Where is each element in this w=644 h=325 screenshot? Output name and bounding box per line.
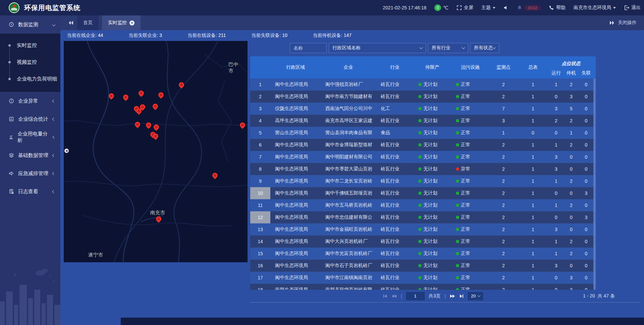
table-row[interactable]: 9 阆中生态环境局 阆中市二龙长宝页岩砖 砖瓦行业 无计划 正常 2 1 1 <box>250 175 596 187</box>
sidebar-item-video-monitor[interactable]: 视频监控 <box>0 54 60 70</box>
table-row[interactable]: 18 南部生态环境局 南部县瑞华页岩砖有限 砖瓦行业 无计划 正常 2 1 0 <box>250 284 596 290</box>
sidebar-item-company-statistics[interactable]: 企业综合统计 <box>0 110 60 128</box>
tab-home[interactable]: 首页 <box>77 15 99 30</box>
page-number-input[interactable] <box>406 292 425 300</box>
col-index <box>250 56 270 78</box>
status-dot <box>418 95 422 98</box>
table-row[interactable]: 10 阆中生态环境局 阆中千佛镇五郎垭页岩 砖瓦行业 无计划 正常 2 1 0 <box>250 187 596 199</box>
user-menu[interactable]: 南充市生态环境局 <box>574 5 616 11</box>
tab-close-icon[interactable]: × <box>129 20 135 25</box>
status-dot <box>456 83 459 86</box>
user-name: 南充市生态环境局 <box>574 5 611 11</box>
row-industry-cell: 砖瓦行业 <box>376 187 414 199</box>
row-facility-status-cell: 正常 <box>451 115 489 127</box>
mute-button[interactable] <box>503 5 509 10</box>
table-row[interactable]: 7 阆中生态环境局 阆中明阳建材有限公司 砖瓦行业 无计划 正常 2 1 3 <box>250 151 596 163</box>
close-operations-button[interactable]: 关闭操作 <box>618 20 637 26</box>
previous-page-button[interactable] <box>391 294 397 298</box>
sidebar-collapse-handle[interactable]: ◀ <box>64 146 69 156</box>
row-company-cell: 阆中市金福旺页岩机砖 <box>321 223 376 235</box>
col-group-point-status: 点位状态 <box>548 56 594 67</box>
table-row[interactable]: 11 阆中生态环境局 阆中市五马桥页岩机砖 砖瓦行业 无计划 正常 2 1 1 <box>250 199 596 211</box>
region-filter-select[interactable]: 行政区域名称 <box>329 43 426 53</box>
table-row[interactable]: 3 仪陇生态环境局 西南油气田分公司川中 化工 无计划 正常 7 1 3 5 <box>250 103 596 115</box>
row-company-cell: 西南油气田分公司川中 <box>321 103 376 115</box>
last-page-button[interactable] <box>459 294 464 298</box>
row-halt-cell: 2 <box>564 78 579 91</box>
row-run-cell: 1 <box>548 248 564 260</box>
row-region-cell: 阆中生态环境局 <box>270 211 321 223</box>
table-row[interactable]: 14 阆中生态环境局 阆中大兴页岩机砖厂 砖瓦行业 无计划 正常 2 1 1 <box>250 235 596 248</box>
page-size-select[interactable]: 20 <box>468 292 483 300</box>
table-scrollbar[interactable] <box>593 78 596 290</box>
tabs-scroll-right-icon[interactable] <box>609 20 614 25</box>
name-filter-input[interactable] <box>293 45 323 51</box>
table-row[interactable]: 12 阆中生态环境局 阆中市忠信建材有限公 砖瓦行业 无计划 正常 2 1 0 <box>250 211 596 223</box>
alert-circle-icon <box>9 98 14 104</box>
notifications[interactable]: 2632 <box>517 5 541 11</box>
status-dot <box>456 119 459 122</box>
table-row[interactable]: 4 高坪生态环境局 南充市高坪区王家店建 砖瓦行业 无计划 正常 3 1 2 <box>250 115 596 127</box>
table-row[interactable]: 17 阆中生态环境局 阆中市江南镇阆南页岩 砖瓦行业 无计划 正常 2 1 0 <box>250 272 596 284</box>
next-page-button[interactable] <box>450 294 455 298</box>
sidebar-item-emergency-reduction[interactable]: 应急减排管理 <box>0 164 60 182</box>
sidebar-item-power-analysis[interactable]: 企业用电量分析 <box>0 128 60 146</box>
name-filter-field[interactable] <box>290 43 327 53</box>
chevron-down-icon <box>462 46 465 49</box>
next-page-icon <box>450 294 455 298</box>
sidebar-item-data-monitor[interactable]: 数据监测 <box>0 15 60 34</box>
fullscreen-button[interactable]: 全屏 <box>457 5 473 11</box>
help-button[interactable]: 帮助 <box>549 5 566 11</box>
status-filter-select[interactable]: 所有状态 <box>470 43 499 53</box>
stat-stopped-devices: 当前停机设备:147 <box>313 33 352 39</box>
temperature: 0 ℃ <box>434 4 448 11</box>
first-page-button[interactable] <box>383 294 387 298</box>
sidebar-item-realtime-monitor[interactable]: 实时监控 <box>0 37 60 54</box>
table-row[interactable]: 2 阆中生态环境局 阆中市南方节能建材有 砖瓦行业 无计划 正常 2 1 0 <box>250 91 596 103</box>
row-meters-cell: 1 <box>518 139 548 151</box>
sidebar-item-base-data[interactable]: 基础数据管理 <box>0 146 60 164</box>
industry-filter-select[interactable]: 所有行业 <box>428 43 468 53</box>
theme-menu[interactable]: 主题 <box>481 5 495 11</box>
table-row[interactable]: 16 阆中生态环境局 阆中市石子页岩机砖厂 砖瓦行业 无计划 正常 2 1 3 <box>250 260 596 272</box>
table-row[interactable]: 6 阆中生态环境局 阆中市金博瑞新型墙材 砖瓦行业 无计划 正常 2 1 1 <box>250 139 596 151</box>
map-panel[interactable]: 巴中市 南充市 遂宁市 <box>64 41 248 262</box>
table-row[interactable]: 1 阆中生态环境局 阆中强锐页岩砖厂 砖瓦行业 无计划 正常 2 1 1 2 <box>250 78 596 91</box>
chevron-left-icon <box>52 172 56 175</box>
row-meters-cell: 1 <box>518 248 548 260</box>
row-halt-cell: 3 <box>564 91 579 103</box>
tabs-scroll-left-icon[interactable] <box>68 20 74 25</box>
layers-icon <box>9 153 14 158</box>
row-index-cell: 3 <box>250 103 270 115</box>
sidebar-item-power-load-detail[interactable]: 企业电力负荷明细 <box>0 70 60 87</box>
row-industry-cell: 砖瓦行业 <box>376 139 414 151</box>
row-meters-cell: 1 <box>518 284 548 290</box>
sidebar: 数据监测 实时监控 视频监控 企业电力负荷明细 企业异常 企业综合统计 企业用电… <box>0 15 60 325</box>
datetime: 2021-02-25 17:46:18 <box>383 5 426 10</box>
row-facility-status-cell: 正常 <box>451 284 489 290</box>
row-meters-cell: 1 <box>518 78 548 91</box>
logout-button[interactable]: 退出 <box>624 5 641 11</box>
row-meters-cell: 1 <box>518 235 548 248</box>
row-run-cell: 0 <box>548 187 564 199</box>
row-industry-cell: 砖瓦行业 <box>376 151 414 163</box>
row-region-cell: 阆中生态环境局 <box>270 223 321 235</box>
table-row[interactable]: 8 阆中生态环境局 阆中市枣碧大梁山页岩 砖瓦行业 无计划 异常 2 1 3 <box>250 163 596 175</box>
row-run-cell: 1 <box>548 175 564 187</box>
row-index-cell: 11 <box>250 199 270 211</box>
row-points-cell: 2 <box>489 211 518 223</box>
table-row[interactable]: 13 阆中生态环境局 阆中市金福旺页岩机砖 砖瓦行业 无计划 正常 2 1 3 <box>250 223 596 235</box>
topbar: 环保用电监管系统 2021-02-25 17:46:18 0 ℃ 全屏 主题 2… <box>0 0 644 15</box>
tab-realtime-monitor[interactable]: 实时监控 × <box>102 15 141 30</box>
table-row[interactable]: 5 营山生态环境局 营山县润丰肉食品有限 食品 无计划 正常 1 0 0 1 <box>250 127 596 139</box>
row-points-cell: 2 <box>489 91 518 103</box>
sidebar-item-company-abnormal[interactable]: 企业异常 <box>0 92 60 110</box>
total-pages-label: 共3页 <box>429 293 441 299</box>
status-dot <box>456 228 459 231</box>
table-row[interactable]: 15 阆中生态环境局 阆中市光富页岩机砖厂 砖瓦行业 无计划 正常 2 1 1 <box>250 248 596 260</box>
row-points-cell: 2 <box>489 223 518 235</box>
speaker-icon <box>503 5 509 10</box>
row-halt-cell: 2 <box>564 115 579 127</box>
row-lost-cell: 0 <box>579 248 594 260</box>
sidebar-item-logs[interactable]: 日志查看 <box>0 182 60 201</box>
